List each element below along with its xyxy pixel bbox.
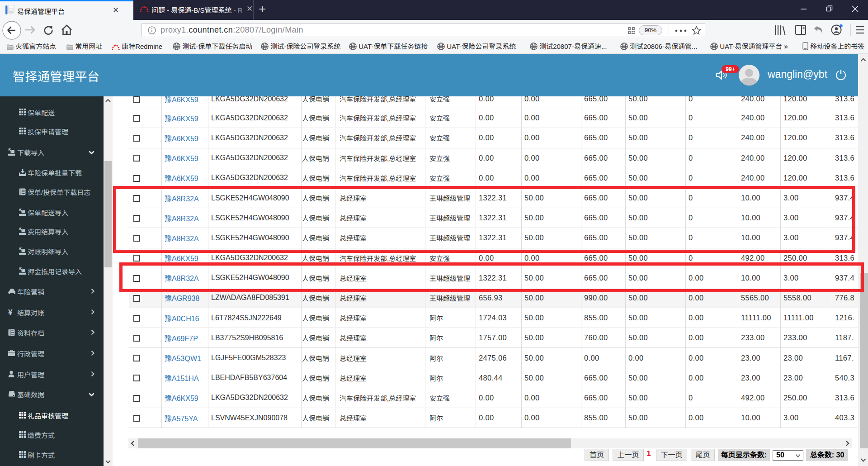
svg-text:¥: ¥ [8,309,13,316]
